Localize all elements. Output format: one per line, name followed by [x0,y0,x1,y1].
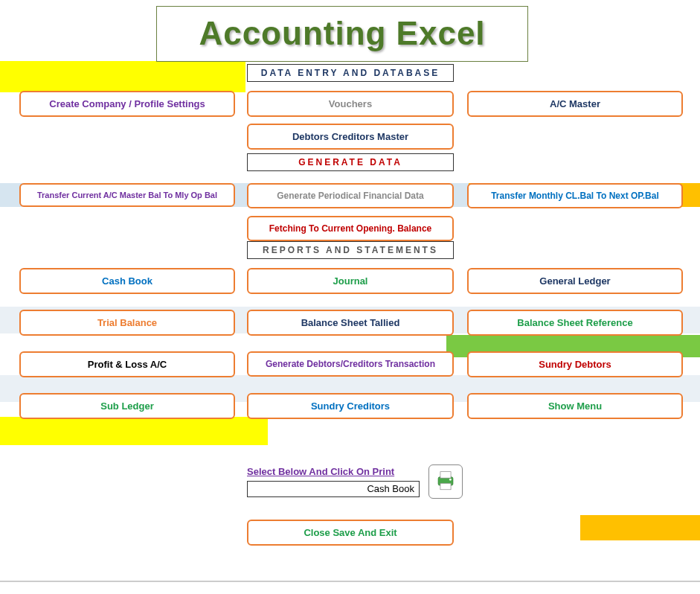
profit-loss-button[interactable]: Profit & Loss A/C [19,351,235,377]
close-save-exit-button[interactable]: Close Save And Exit [247,520,454,546]
section-data-entry: DATA ENTRY AND DATABASE [247,64,454,82]
cash-book-button[interactable]: Cash Book [19,268,235,294]
general-ledger-button[interactable]: General Ledger [467,268,683,294]
print-select-input[interactable]: Cash Book [247,481,420,497]
fetching-balance-button[interactable]: Fetching To Current Opening. Balance [247,216,454,241]
section-reports: REPORTS AND STATEMENTS [247,241,454,259]
bg-accent [0,61,245,92]
svg-rect-2 [440,483,451,490]
bg-accent [0,581,700,582]
balance-reference-button[interactable]: Balance Sheet Reference [467,310,683,336]
transfer-monthly-button[interactable]: Transfer Monthly CL.Bal To Next OP.Bal [467,183,683,208]
debtors-creditors-button[interactable]: Debtors Creditors Master [247,124,454,150]
sundry-debtors-button[interactable]: Sundry Debtors [467,351,683,377]
bg-accent [0,417,268,445]
create-company-button[interactable]: Create Company / Profile Settings [19,91,235,117]
svg-rect-1 [440,472,451,479]
app-title: Accounting Excel [157,7,527,60]
ac-master-button[interactable]: A/C Master [467,91,683,117]
section-generate: GENERATE DATA [247,153,454,171]
print-button[interactable] [428,464,463,499]
sundry-creditors-button[interactable]: Sundry Creditors [247,393,454,419]
title-box: Accounting Excel [156,6,528,62]
bg-accent [580,515,700,540]
generate-periodical-button[interactable]: Generate Periodical Financial Data [247,183,454,208]
svg-point-3 [449,479,452,481]
sub-ledger-button[interactable]: Sub Ledger [19,393,235,419]
print-instruction-label: Select Below And Click On Print [247,466,394,477]
generate-debtors-button[interactable]: Generate Debtors/Creditors Transaction [247,351,454,377]
show-menu-button[interactable]: Show Menu [467,393,683,419]
journal-button[interactable]: Journal [247,268,454,294]
balance-sheet-button[interactable]: Balance Sheet Tallied [247,310,454,336]
trial-balance-button[interactable]: Trial Balance [19,310,235,336]
transfer-current-button[interactable]: Transfer Current A/C Master Bal To Mly O… [19,183,235,207]
printer-icon [433,467,458,496]
vouchers-button[interactable]: Vouchers [247,91,454,117]
